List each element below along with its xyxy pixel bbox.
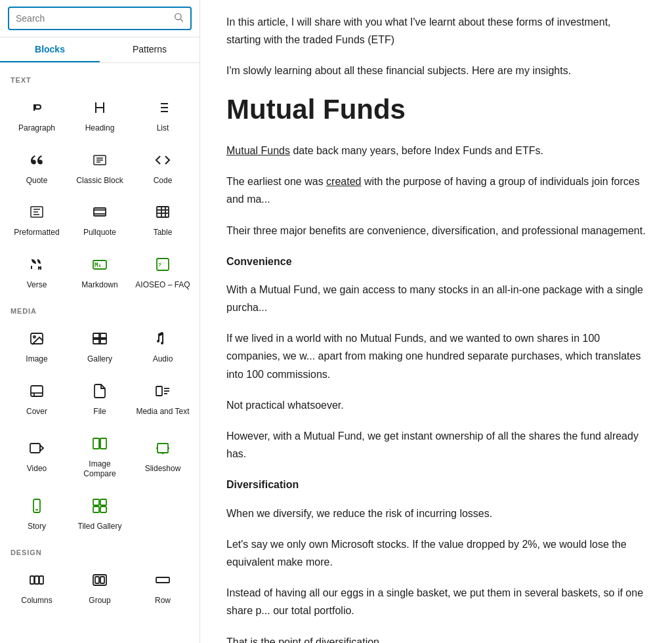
block-row[interactable]: Row [131,560,194,613]
block-gallery[interactable]: Gallery [68,319,131,371]
svg-rect-16 [94,208,106,216]
tab-patterns[interactable]: Patterns [100,37,200,62]
search-input[interactable] [16,13,168,24]
block-markdown[interactable]: M↓ Markdown [68,245,131,297]
article-h1: Convenience [226,253,646,270]
sidebar: Blocks Patterns TEXT Paragraph [0,0,200,643]
block-tiled-gallery[interactable]: Tiled Gallery [68,486,131,539]
svg-rect-60 [100,577,104,583]
block-preformatted[interactable]: Preformatted [5,192,68,245]
svg-rect-57 [39,576,43,584]
block-list[interactable]: List [131,88,194,140]
article-p9: Let's say we only own Microsoft stocks. … [226,535,646,571]
list-icon [151,96,175,119]
columns-icon [25,568,49,592]
group-icon [88,568,112,592]
main-content: In this article, I will share with you w… [200,0,672,643]
block-cover[interactable]: Cover [5,371,68,424]
block-label: Quote [26,176,48,186]
block-image-compare[interactable]: Image Compare [68,424,131,486]
block-heading[interactable]: Heading [68,88,131,140]
block-label: File [93,407,106,417]
preformatted-icon [25,200,49,224]
search-wrapper [8,7,192,30]
image-icon [25,327,49,350]
block-label: Pullquote [83,228,116,238]
block-label: Image [26,354,47,365]
svg-rect-34 [31,386,43,396]
search-area [0,0,200,37]
block-slideshow[interactable]: Slideshow [131,424,194,486]
search-icon [173,12,184,25]
svg-rect-19 [157,207,169,217]
block-label: Paragraph [18,123,55,134]
blocks-panel: TEXT Paragraph Heading [0,63,200,643]
svg-line-1 [180,19,183,22]
block-label: Preformatted [14,228,59,238]
block-image[interactable]: Image [5,319,68,371]
block-table[interactable]: Table [131,192,194,245]
article-p6: Not practical whatsoever. [226,396,646,414]
block-verse[interactable]: Verse [5,245,68,297]
svg-rect-43 [93,438,99,449]
block-video[interactable]: Video [5,424,68,486]
svg-rect-55 [30,576,34,584]
table-icon [151,200,175,224]
block-audio[interactable]: Audio [131,319,194,371]
block-label: Columns [21,596,52,606]
story-icon [25,494,49,518]
svg-point-29 [33,336,35,338]
paragraph-icon [25,96,49,119]
article-p11: That is the point of diversification. [226,633,646,643]
block-label: Gallery [87,354,112,365]
block-label: List [157,123,169,134]
section-label-media: MEDIA [0,302,200,319]
svg-rect-41 [30,444,40,453]
svg-rect-56 [35,576,39,584]
audio-icon [151,327,175,350]
image-compare-icon [88,432,112,455]
block-pullquote[interactable]: Pullquote [68,192,131,245]
block-media-and-text[interactable]: Media and Text [131,371,194,424]
block-columns[interactable]: Columns [5,560,68,613]
svg-rect-46 [158,444,168,453]
block-quote[interactable]: Quote [5,140,68,193]
svg-rect-52 [100,499,106,505]
article-p8: When we diversify, we reduce the risk of… [226,505,646,522]
block-label: Image Compare [72,459,127,480]
file-icon [88,379,112,403]
block-file[interactable]: File [68,371,131,424]
mutual-funds-link[interactable]: Mutual Funds [226,145,290,156]
text-blocks-grid: Paragraph Heading [0,88,200,297]
block-story[interactable]: Story [5,486,68,539]
block-label: Row [155,596,171,606]
tiled-gallery-icon [88,494,112,518]
block-code[interactable]: Code [131,140,194,193]
created-link[interactable]: created [326,176,361,187]
svg-rect-54 [100,507,106,512]
block-label: Tiled Gallery [78,522,122,532]
quote-icon [25,148,49,172]
article-intro2: I'm slowly learning about all these fina… [226,62,646,79]
media-blocks-grid: Image Gallery [0,319,200,538]
section-label-text: TEXT [0,71,200,88]
block-label: Classic Block [76,176,123,186]
block-group[interactable]: Group [68,560,131,613]
pullquote-icon [88,200,112,224]
block-label: AIOSEO – FAQ [135,280,190,291]
row-icon [151,568,175,592]
section-label-design: DESIGN [0,543,200,560]
svg-marker-42 [40,446,43,451]
article-body: In this article, I will share with you w… [226,13,646,643]
block-classic-block[interactable]: Classic Block [68,140,131,193]
aioseo-faq-icon: ? [151,253,175,276]
article-p4: With a Mutual Fund, we gain access to ma… [226,281,646,316]
design-blocks-grid: Columns Group [0,560,200,613]
markdown-icon: M↓ [88,253,112,276]
tab-blocks[interactable]: Blocks [0,37,100,62]
block-label: Slideshow [145,464,181,474]
block-paragraph[interactable]: Paragraph [5,88,68,140]
article-p10: Instead of having all our eggs in a sing… [226,584,646,619]
block-aioseo-faq[interactable]: ? AIOSEO – FAQ [131,245,194,297]
code-icon [151,148,175,172]
